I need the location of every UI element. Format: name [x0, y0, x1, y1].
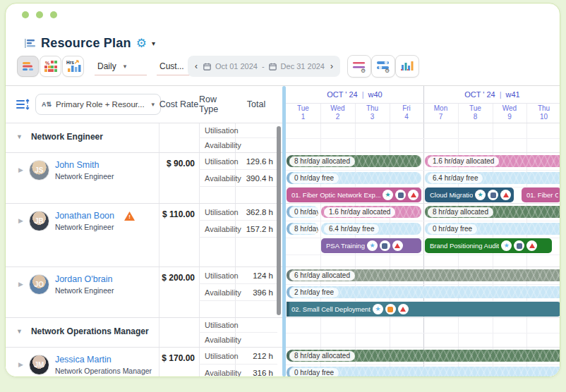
expand-caret-icon[interactable]: ▶ — [18, 217, 23, 224]
square-status-icon — [488, 190, 498, 200]
availability-bar[interactable]: 0 hr/day free — [287, 172, 421, 184]
row-type-label: Utilisation — [199, 348, 235, 365]
hours-chart-view-icon: Hrs — [66, 59, 81, 73]
star-status-icon: ★ — [367, 240, 378, 251]
avatar: JM — [29, 355, 49, 375]
avatar: JO — [29, 274, 49, 295]
expand-caret-icon[interactable]: ▶ — [18, 361, 23, 368]
collapse-caret-icon[interactable]: ▼ — [16, 133, 23, 140]
timeline-day-header: Thu3 — [355, 103, 390, 123]
column-header-cost-rate: Cost Rate — [159, 86, 199, 123]
resource-name-link[interactable]: Jonathan Boon — [55, 211, 114, 221]
window-dot-icon[interactable] — [50, 11, 57, 18]
utilisation-total: 129.6 h — [235, 153, 277, 170]
date-separator: - — [262, 62, 265, 71]
utilization-settings-button[interactable]: ⚙ — [347, 55, 371, 78]
heatmap-percent-view-icon: % — [44, 60, 58, 73]
availability-bar[interactable]: 2 hr/day free — [287, 286, 560, 298]
svg-text:⚙: ⚙ — [361, 68, 366, 73]
resource-name-link[interactable]: Jordan O'brain — [55, 274, 114, 284]
grouping-select[interactable]: A⇅ Primary Role + Resour... ▾ — [35, 94, 161, 115]
booking-bar-cloud-migration[interactable]: Cloud Migration ★ — [425, 188, 514, 202]
chevron-down-icon[interactable]: ▾ — [152, 39, 155, 47]
allocation-bar[interactable]: 1.6 hr/day allocated — [425, 155, 560, 167]
allocation-bar[interactable]: 6 hr/day allocated — [287, 269, 560, 281]
next-period-button[interactable]: › — [329, 61, 335, 71]
kpi-chart-button[interactable] — [395, 55, 419, 78]
resource-name-link[interactable]: John Smith — [55, 160, 114, 170]
sort-az-icon: A⇅ — [42, 101, 52, 108]
allocation-bar[interactable]: 8 hr/day allocated — [287, 350, 560, 362]
availability-total: 390.4 h — [235, 170, 277, 187]
square-status-icon — [514, 240, 524, 251]
heatmap-percent-view-button[interactable]: % — [40, 56, 61, 77]
resource-role: Network Operations Manager — [55, 367, 152, 375]
row-type-label: Utilisation — [199, 153, 235, 170]
booking-bar-brand-positioning-audit[interactable]: Brand Positioning Audit ★ — [425, 238, 552, 253]
app-window: Resource Plan ⚙ ▾ % Hrs — [5, 3, 560, 377]
end-date-field[interactable]: Dec 31 2024 — [281, 62, 325, 71]
availability-bar[interactable]: 6.4 hr/day free — [425, 172, 560, 184]
svg-text:⚙: ⚙ — [385, 68, 390, 73]
gantt-view-button[interactable] — [17, 56, 39, 77]
availability-bar[interactable]: 8 hr/day — [287, 223, 318, 235]
booking-bar-psa-training[interactable]: PSA Training ★ — [321, 238, 421, 253]
warning-triangle-icon[interactable] — [124, 212, 135, 221]
resource-role: Network Engineer — [55, 223, 135, 231]
triangle-status-icon — [500, 190, 511, 200]
gear-icon[interactable]: ⚙ — [136, 37, 147, 49]
booking-bar-small-cell-deployment[interactable]: 02. Small Cell Deployment ★ — [287, 302, 560, 317]
allocation-bar[interactable]: 8 hr/day allocated — [425, 206, 560, 218]
group-name: Network Operations Manager — [31, 326, 149, 336]
booking-settings-button[interactable]: ⚙ — [371, 55, 395, 78]
booking-bar-fiber-optic[interactable]: 01. Fiber Optic Network Exp... ★ — [287, 188, 421, 202]
timeline-week-header: OCT ' 24 | w41 — [423, 86, 560, 103]
row-expand-all-icon[interactable] — [16, 98, 31, 114]
allocation-bar[interactable]: 8 hr/day allocated — [287, 155, 421, 167]
booking-bar-fiber-optic-2[interactable]: 01. Fiber Opt — [522, 188, 560, 202]
availability-bar[interactable]: 6.4 hr/day free — [321, 223, 421, 235]
availability-bar[interactable]: 0 hr/day free — [287, 367, 560, 377]
granularity-select[interactable]: Daily ▾ — [95, 57, 147, 75]
triangle-status-icon — [398, 304, 409, 314]
vertical-scrollbar[interactable] — [277, 126, 281, 315]
chevron-down-icon: ▾ — [124, 63, 127, 70]
svg-text:%: % — [45, 61, 50, 66]
resource-name-link[interactable]: Jessica Martin — [55, 355, 152, 365]
window-dot-icon[interactable] — [36, 11, 43, 18]
calendar-icon — [269, 62, 277, 71]
triangle-status-icon — [408, 190, 419, 200]
expand-caret-icon[interactable]: ▶ — [18, 281, 23, 288]
availability-total: 316 h — [235, 365, 277, 377]
allocation-bar[interactable]: 1.6 hr/day allocated — [321, 206, 421, 218]
calendar-icon — [203, 62, 211, 71]
page-title: Resource Plan — [41, 36, 131, 51]
utilisation-total: 124 h — [235, 267, 277, 284]
date-range-picker: ‹ Oct 01 2024 - Dec 31 2024 › — [188, 56, 340, 77]
start-date-field[interactable]: Oct 01 2024 — [215, 62, 258, 71]
square-status-icon — [395, 190, 406, 200]
resource-role: Network Engineer — [55, 172, 114, 180]
column-header-total: Total — [235, 86, 277, 123]
timeline-day-header: Fri4 — [390, 103, 423, 123]
timeline-splitter[interactable] — [282, 86, 286, 376]
row-type-label: Utilisation — [199, 204, 235, 221]
chevron-down-icon: ▾ — [151, 101, 155, 108]
prev-period-button[interactable]: ‹ — [193, 61, 199, 71]
kpi-chart-icon — [399, 59, 415, 73]
collapse-caret-icon[interactable]: ▼ — [16, 328, 23, 335]
expand-caret-icon[interactable]: ▶ — [18, 166, 23, 173]
hours-chart-view-button[interactable]: Hrs — [62, 56, 84, 77]
window-controls — [22, 11, 57, 18]
availability-total: 157.2 h — [235, 221, 277, 238]
gantt-view-icon — [21, 60, 35, 73]
availability-bar[interactable]: 0 hr/day free — [425, 223, 560, 235]
star-status-icon: ★ — [383, 190, 393, 200]
avatar: JS — [29, 160, 49, 180]
row-type-label: Availability — [199, 284, 235, 301]
allocation-bar[interactable]: 0 hr/day — [287, 206, 318, 218]
window-dot-icon[interactable] — [22, 11, 29, 18]
timeline-day-header: Wed9 — [493, 103, 526, 123]
availability-total: 396 h — [235, 284, 277, 301]
row-type-label: Utilisation — [199, 318, 235, 333]
